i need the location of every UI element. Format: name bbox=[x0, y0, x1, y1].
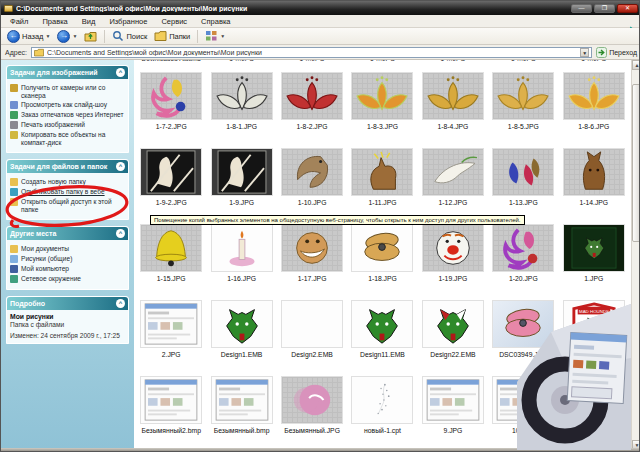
picture-tasks-panel-header[interactable]: Задачи для изображений^ bbox=[7, 66, 128, 79]
thumbnail-image[interactable] bbox=[211, 300, 273, 348]
file-tasks-panel-header[interactable]: Задачи для файлов и папок^ bbox=[7, 160, 128, 173]
thumbnail-image[interactable] bbox=[281, 72, 343, 120]
thumbnail-image[interactable] bbox=[351, 72, 413, 120]
sidebar-item[interactable]: Опубликовать папку в вебе bbox=[10, 188, 126, 196]
thumbnail-image[interactable] bbox=[140, 300, 202, 348]
thumbnail-image[interactable] bbox=[563, 224, 625, 272]
thumbnail-image[interactable] bbox=[140, 148, 202, 196]
file-thumbnail[interactable]: новый-1.cpt bbox=[347, 371, 417, 447]
address-dropdown-icon[interactable]: ▼ bbox=[580, 48, 589, 57]
menu-item-Правка[interactable]: Правка bbox=[35, 17, 74, 26]
file-thumbnail[interactable]: Безымянный.bmp bbox=[206, 371, 276, 447]
sidebar-item[interactable]: Мои документы bbox=[10, 245, 126, 253]
thumbnail-image[interactable] bbox=[211, 148, 273, 196]
file-thumbnail[interactable]: 1-9.JPG bbox=[206, 143, 276, 219]
file-thumbnail[interactable]: 1-10.JPG bbox=[277, 143, 347, 219]
file-thumbnail[interactable]: 1-8-6.JPG bbox=[559, 67, 629, 143]
file-thumbnail[interactable]: 1-8-1.JPG bbox=[206, 67, 276, 143]
thumbnail-image[interactable] bbox=[492, 148, 554, 196]
thumbnail-image[interactable] bbox=[422, 224, 484, 272]
file-thumbnail[interactable]: 1-16.JPG bbox=[206, 219, 276, 295]
sidebar-item[interactable]: Создать новую папку bbox=[10, 178, 126, 186]
file-thumbnail[interactable]: 1-13.JPG bbox=[488, 143, 558, 219]
thumbnail-image[interactable] bbox=[281, 376, 343, 424]
sidebar-item[interactable]: Открыть общий доступ к этой папке bbox=[10, 198, 126, 213]
thumbnail-image[interactable] bbox=[422, 300, 484, 348]
menu-item-Файл[interactable]: Файл bbox=[3, 17, 35, 26]
file-thumbnail[interactable]: Безымянный2.bmp bbox=[136, 371, 206, 447]
file-thumbnail[interactable]: 1-9-2.JPG bbox=[136, 143, 206, 219]
file-thumbnail[interactable]: 1-15.JPG bbox=[136, 219, 206, 295]
file-thumbnail[interactable]: MAD HOUNDSgoncaya.EMB bbox=[559, 295, 629, 371]
file-thumbnail[interactable]: DSC03949.JPG bbox=[488, 295, 558, 371]
title-bar[interactable]: C:\Documents and Settings\мой офис\Мои д… bbox=[1, 1, 640, 15]
scroll-thumb[interactable] bbox=[632, 84, 640, 242]
file-thumbnail[interactable]: 2.JPG bbox=[136, 295, 206, 371]
file-thumbnail[interactable]: 1.JPG bbox=[559, 219, 629, 295]
thumbnail-image[interactable] bbox=[211, 72, 273, 120]
other-places-panel-header[interactable]: Другие места^ bbox=[7, 227, 128, 240]
sidebar-item[interactable]: Мой компьютер bbox=[10, 265, 126, 273]
thumbnail-image[interactable] bbox=[140, 376, 202, 424]
thumbnail-image[interactable] bbox=[140, 224, 202, 272]
views-dropdown-icon[interactable]: ▼ bbox=[220, 33, 225, 39]
thumbnail-image[interactable] bbox=[281, 148, 343, 196]
thumbnail-image[interactable] bbox=[563, 72, 625, 120]
file-thumbnail[interactable]: Безымянный.JPG bbox=[277, 371, 347, 447]
thumbnail-image[interactable] bbox=[563, 148, 625, 196]
sidebar-item[interactable]: Получить от камеры или со сканера bbox=[10, 84, 126, 99]
sidebar-item[interactable]: Сетевое окружение bbox=[10, 275, 126, 283]
thumbnail-image[interactable] bbox=[281, 224, 343, 272]
thumbnail-image[interactable] bbox=[492, 376, 554, 424]
file-thumbnail[interactable]: Design1.EMB bbox=[206, 295, 276, 371]
go-button[interactable]: Переход bbox=[596, 47, 637, 58]
thumbnail-image[interactable] bbox=[211, 224, 273, 272]
thumbnail-image[interactable] bbox=[422, 72, 484, 120]
thumbnail-image[interactable] bbox=[351, 300, 413, 348]
maximize-button[interactable]: ❐ bbox=[594, 4, 615, 13]
menu-item-Вид[interactable]: Вид bbox=[75, 17, 103, 26]
file-thumbnail[interactable]: 1-12.JPG bbox=[418, 143, 488, 219]
thumbnail-image[interactable]: MAD HOUNDS bbox=[563, 300, 625, 348]
sidebar-item[interactable]: Рисунки (общие) bbox=[10, 255, 126, 263]
up-button[interactable] bbox=[82, 29, 99, 44]
sidebar-item[interactable]: Заказ отпечатков через Интернет bbox=[10, 111, 126, 119]
folders-button[interactable]: Папки bbox=[152, 29, 192, 43]
thumbnail-image[interactable] bbox=[422, 148, 484, 196]
chevron-up-icon[interactable]: ^ bbox=[116, 299, 125, 308]
thumbnail-image[interactable] bbox=[211, 376, 273, 424]
file-thumbnail[interactable]: 1-20.JPG bbox=[488, 219, 558, 295]
thumbnail-image[interactable] bbox=[351, 376, 413, 424]
file-thumbnail[interactable]: 1-18.JPG bbox=[347, 219, 417, 295]
file-thumbnail[interactable]: 1-17.JPG bbox=[277, 219, 347, 295]
forward-button[interactable]: → ▼ bbox=[55, 29, 79, 44]
thumbnail-image[interactable] bbox=[281, 300, 343, 348]
chevron-up-icon[interactable]: ^ bbox=[116, 162, 125, 171]
menu-item-Справка[interactable]: Справка bbox=[194, 17, 237, 26]
forward-dropdown-icon[interactable]: ▼ bbox=[72, 33, 77, 39]
minimize-button[interactable]: — bbox=[571, 4, 592, 13]
thumbnail-image[interactable] bbox=[422, 376, 484, 424]
menu-item-Избранное[interactable]: Избранное bbox=[102, 17, 154, 26]
sidebar-item[interactable]: Печать изображений bbox=[10, 121, 126, 129]
chevron-up-icon[interactable]: ^ bbox=[116, 229, 125, 238]
sidebar-item[interactable]: Копировать все объекты на компакт-диск bbox=[10, 131, 126, 146]
file-thumbnail[interactable]: Design11.EMB bbox=[347, 295, 417, 371]
back-button[interactable]: ← Назад ▼ bbox=[5, 29, 52, 44]
search-button[interactable]: Поиск bbox=[110, 29, 149, 43]
close-button[interactable]: ✕ bbox=[617, 4, 638, 13]
thumbnail-image[interactable] bbox=[492, 72, 554, 120]
menu-item-Сервис[interactable]: Сервис bbox=[154, 17, 194, 26]
file-thumbnail[interactable]: 1-14.JPG bbox=[559, 143, 629, 219]
scroll-up-button[interactable]: ▲ bbox=[632, 60, 640, 70]
file-thumbnail[interactable]: 1-7-2.JPG bbox=[136, 67, 206, 143]
chevron-up-icon[interactable]: ^ bbox=[116, 68, 125, 77]
file-thumbnail[interactable]: Design22.EMB bbox=[418, 295, 488, 371]
thumbnail-image[interactable] bbox=[140, 72, 202, 120]
thumbnail-image[interactable] bbox=[351, 148, 413, 196]
file-thumbnail[interactable]: 10.JPG bbox=[488, 371, 558, 447]
views-button[interactable]: ▼ bbox=[203, 29, 227, 43]
file-thumbnail[interactable]: 1-8-4.JPG bbox=[418, 67, 488, 143]
file-thumbnail[interactable]: 1-8-3.JPG bbox=[347, 67, 417, 143]
address-input[interactable]: C:\Documents and Settings\мой офис\Мои д… bbox=[31, 47, 592, 58]
